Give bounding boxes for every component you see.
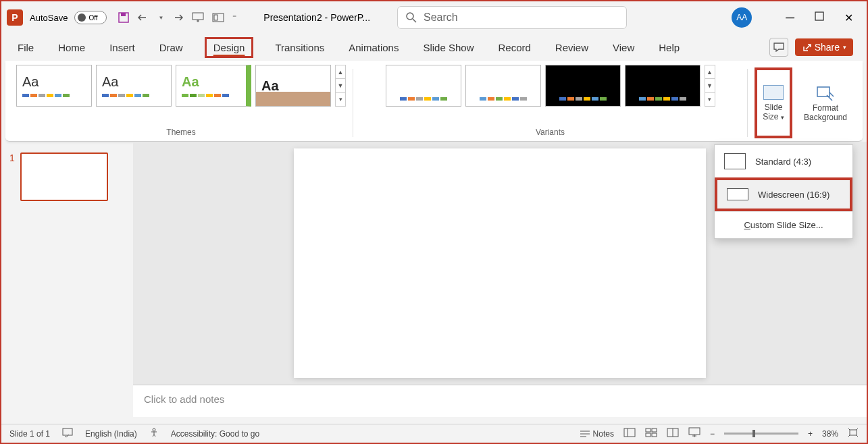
svg-rect-18 [646, 433, 650, 437]
themes-gallery-buttons: ▲ ▼ ▾ [335, 65, 346, 107]
gallery-up-icon[interactable]: ▲ [336, 65, 345, 79]
save-icon[interactable] [118, 11, 130, 24]
variant-option-1[interactable] [386, 65, 461, 107]
svg-point-10 [153, 428, 155, 431]
slideshow-view-icon[interactable] [688, 427, 700, 440]
present-icon[interactable] [212, 11, 224, 24]
slide-thumbnail-1[interactable] [20, 152, 108, 201]
search-icon [406, 12, 417, 23]
customize-group: Slide Size ▾ Format Background [750, 65, 856, 141]
chevron-down-icon: ▾ [781, 114, 784, 121]
tab-help[interactable]: Help [656, 38, 682, 57]
zoom-value[interactable]: 38% [822, 429, 838, 439]
tab-slideshow[interactable]: Slide Show [420, 38, 476, 57]
statusbar: Slide 1 of 1 English (India) Accessibili… [1, 424, 867, 443]
theme-option-1[interactable]: Aa [16, 65, 92, 107]
menu-standard[interactable]: Standard (4:3) [715, 145, 852, 177]
user-avatar[interactable]: AA [732, 7, 752, 28]
theme-preview-text: Aa [22, 74, 86, 90]
tab-record[interactable]: Record [495, 38, 533, 57]
ribbon: Aa Aa Aa Aa ▲ ▼ ▾ Themes [5, 61, 863, 142]
gallery-down-icon[interactable]: ▼ [336, 79, 345, 92]
menu-widescreen[interactable]: Widescreen (16:9) [715, 177, 852, 211]
minimize-button[interactable]: ─ [786, 11, 794, 25]
undo-dropdown-icon[interactable]: ▼ [158, 15, 163, 21]
format-background-icon [816, 84, 835, 103]
svg-rect-22 [689, 428, 700, 435]
menu-widescreen-label: Widescreen (16:9) [758, 190, 829, 200]
reading-view-icon[interactable] [667, 428, 679, 439]
menu-custom-size[interactable]: CCustom Slide Size...ustom Slide Size... [715, 211, 852, 238]
theme-option-2[interactable]: Aa [96, 65, 172, 107]
undo-icon[interactable] [138, 11, 150, 24]
variant-option-2[interactable] [465, 65, 541, 107]
accessibility-status[interactable]: Accessibility: Good to go [171, 429, 259, 439]
variant-option-4[interactable] [625, 65, 700, 107]
svg-rect-2 [193, 13, 203, 20]
search-placeholder: Search [424, 11, 458, 24]
language-status[interactable]: English (India) [85, 429, 137, 439]
spellcheck-icon[interactable] [62, 428, 73, 439]
autosave-state: Off [88, 14, 97, 22]
gallery-more-icon[interactable]: ▾ [336, 93, 345, 106]
tab-file[interactable]: File [15, 38, 36, 57]
gallery-down-icon[interactable]: ▼ [705, 79, 715, 92]
gallery-more-icon[interactable]: ▾ [705, 93, 715, 106]
autosave-label: AutoSave [30, 13, 68, 23]
tab-view[interactable]: View [610, 38, 637, 57]
format-bg-label-2: Background [804, 113, 847, 122]
powerpoint-icon: P [7, 9, 23, 26]
tab-transitions[interactable]: Transitions [272, 38, 327, 57]
share-icon [802, 43, 811, 52]
window-controls: AA ─ ✕ [732, 7, 861, 28]
zoom-slider[interactable] [724, 433, 798, 435]
qat-overflow-icon[interactable]: ⁼ [232, 13, 236, 22]
gallery-up-icon[interactable]: ▲ [705, 65, 715, 79]
svg-rect-23 [850, 430, 857, 435]
svg-rect-9 [63, 428, 72, 435]
redo-icon[interactable] [172, 11, 184, 24]
accessibility-icon [149, 428, 159, 439]
slide-canvas[interactable] [294, 148, 706, 378]
theme-option-4[interactable]: Aa [255, 65, 331, 107]
tab-review[interactable]: Review [553, 38, 591, 57]
slide-size-button[interactable]: Slide Size ▾ [755, 67, 792, 138]
tab-home[interactable]: Home [55, 38, 88, 57]
tab-animations[interactable]: Animations [346, 38, 401, 57]
normal-view-icon[interactable] [623, 428, 636, 439]
search-input[interactable]: Search [397, 6, 627, 29]
slide-counter[interactable]: Slide 1 of 1 [9, 429, 50, 439]
theme-preview-text: Aa [261, 78, 325, 94]
svg-rect-7 [815, 12, 823, 20]
zoom-in-button[interactable]: + [808, 429, 813, 439]
svg-rect-14 [624, 428, 635, 437]
widescreen-ratio-icon [727, 188, 748, 200]
fit-to-window-icon[interactable] [848, 428, 859, 439]
notes-button[interactable]: Notes [580, 429, 614, 439]
svg-point-5 [407, 13, 413, 20]
variants-group-label: Variants [536, 128, 565, 141]
variants-group: ▲ ▼ ▾ Variants [356, 65, 744, 141]
tab-draw[interactable]: Draw [157, 38, 186, 57]
comments-button[interactable] [769, 38, 788, 57]
ribbon-tabs: File Home Insert Draw Design Transitions… [1, 34, 867, 61]
format-bg-label-1: Format [813, 103, 838, 113]
maximize-button[interactable] [815, 11, 824, 24]
menu-custom-label: CCustom Slide Size...ustom Slide Size... [744, 220, 823, 230]
theme-option-3[interactable]: Aa [176, 65, 251, 107]
titlebar: P AutoSave Off ▼ ⁼ Presentation2 - Power… [1, 1, 867, 34]
from-beginning-icon[interactable] [192, 11, 204, 24]
sorter-view-icon[interactable] [645, 428, 657, 439]
tab-design[interactable]: Design [205, 37, 254, 58]
svg-rect-19 [652, 433, 657, 437]
share-button[interactable]: Share ▾ [795, 38, 853, 56]
format-background-button[interactable]: Format Background [799, 67, 852, 138]
quick-access-toolbar: ▼ ⁼ [118, 11, 236, 24]
autosave-toggle[interactable]: Off [74, 11, 107, 24]
variant-option-3[interactable] [545, 65, 621, 107]
zoom-out-button[interactable]: − [710, 429, 715, 439]
notes-pane[interactable]: Click to add notes [133, 385, 867, 417]
tab-insert[interactable]: Insert [107, 38, 138, 57]
close-button[interactable]: ✕ [844, 11, 853, 24]
svg-rect-1 [121, 13, 126, 16]
